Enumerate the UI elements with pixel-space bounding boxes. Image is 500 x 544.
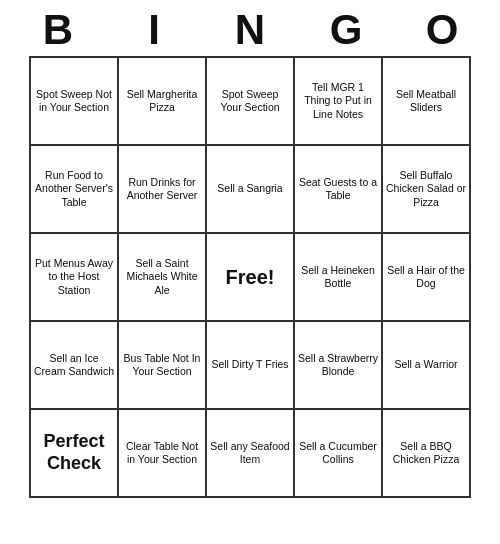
bingo-cell-22[interactable]: Sell any Seafood Item [207, 410, 295, 498]
letter-b: B [14, 6, 102, 54]
bingo-cell-14[interactable]: Sell a Hair of the Dog [383, 234, 471, 322]
bingo-cell-20[interactable]: Perfect Check [31, 410, 119, 498]
bingo-cell-12[interactable]: Free! [207, 234, 295, 322]
letter-o: O [398, 6, 486, 54]
bingo-cell-1[interactable]: Sell Margherita Pizza [119, 58, 207, 146]
bingo-cell-24[interactable]: Sell a BBQ Chicken Pizza [383, 410, 471, 498]
bingo-cell-11[interactable]: Sell a Saint Michaels White Ale [119, 234, 207, 322]
bingo-cell-10[interactable]: Put Menus Away to the Host Station [31, 234, 119, 322]
bingo-cell-8[interactable]: Seat Guests to a Table [295, 146, 383, 234]
bingo-cell-7[interactable]: Sell a Sangria [207, 146, 295, 234]
bingo-cell-6[interactable]: Run Drinks for Another Server [119, 146, 207, 234]
bingo-cell-9[interactable]: Sell Buffalo Chicken Salad or Pizza [383, 146, 471, 234]
bingo-cell-2[interactable]: Spot Sweep Your Section [207, 58, 295, 146]
bingo-grid: Spot Sweep Not in Your SectionSell Margh… [29, 56, 471, 498]
bingo-cell-5[interactable]: Run Food to Another Server's Table [31, 146, 119, 234]
bingo-cell-4[interactable]: Sell Meatball Sliders [383, 58, 471, 146]
bingo-cell-21[interactable]: Clear Table Not in Your Section [119, 410, 207, 498]
letter-i: I [110, 6, 198, 54]
bingo-cell-18[interactable]: Sell a Strawberry Blonde [295, 322, 383, 410]
bingo-cell-16[interactable]: Bus Table Not In Your Section [119, 322, 207, 410]
bingo-cell-0[interactable]: Spot Sweep Not in Your Section [31, 58, 119, 146]
bingo-cell-17[interactable]: Sell Dirty T Fries [207, 322, 295, 410]
letter-g: G [302, 6, 390, 54]
bingo-cell-23[interactable]: Sell a Cucumber Collins [295, 410, 383, 498]
bingo-title: B I N G O [10, 0, 490, 56]
bingo-cell-19[interactable]: Sell a Warrior [383, 322, 471, 410]
bingo-cell-13[interactable]: Sell a Heineken Bottle [295, 234, 383, 322]
bingo-cell-3[interactable]: Tell MGR 1 Thing to Put in Line Notes [295, 58, 383, 146]
bingo-cell-15[interactable]: Sell an Ice Cream Sandwich [31, 322, 119, 410]
letter-n: N [206, 6, 294, 54]
